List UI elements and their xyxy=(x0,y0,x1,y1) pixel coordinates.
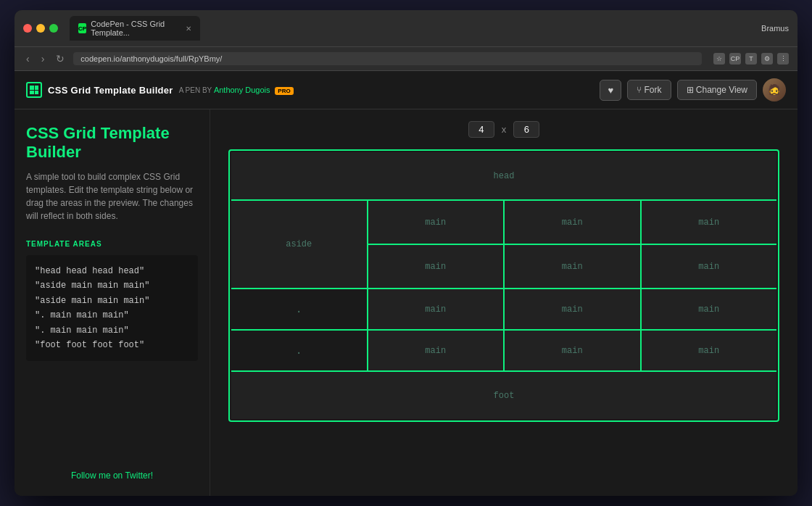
browser-dots xyxy=(23,24,58,33)
code-line-6: "foot foot foot foot" xyxy=(35,338,189,352)
code-line-4: ". main main main" xyxy=(35,308,189,323)
sidebar-title: CSS Grid Template Builder xyxy=(26,124,198,162)
logo-cell-3 xyxy=(30,91,34,95)
pen-by-text: A PEN BY xyxy=(179,86,212,94)
main-label: main xyxy=(698,346,719,356)
pen-by-label: A PEN BY Anthony Dugois PRO xyxy=(179,86,294,94)
logo-icon xyxy=(26,82,42,98)
browser-titlebar: CP CodePen - CSS Grid Template... ✕ Bram… xyxy=(14,10,798,47)
star-icon[interactable]: ☆ xyxy=(713,53,725,65)
sidebar-description: A simple tool to build complex CSS Grid … xyxy=(26,170,198,223)
avatar[interactable]: 🧔 xyxy=(763,78,786,101)
browser-window: CP CodePen - CSS Grid Template... ✕ Bram… xyxy=(14,10,798,496)
twitter-link[interactable]: Follow me on Twitter! xyxy=(71,470,153,481)
main-label: main xyxy=(425,304,446,315)
address-field[interactable]: codepen.io/anthonydugois/full/RpYBmy/ xyxy=(73,52,702,65)
main-label: main xyxy=(425,217,446,228)
address-text: codepen.io/anthonydugois/full/RpYBmy/ xyxy=(80,54,222,63)
main-label: main xyxy=(562,262,583,272)
grid-cell-dot-r5: . xyxy=(231,331,367,370)
pen-author[interactable]: Anthony Dugois xyxy=(214,86,270,94)
maximize-dot[interactable] xyxy=(49,24,58,33)
dot-label: . xyxy=(296,345,302,357)
grid-cell-main-r2c4[interactable]: main xyxy=(642,201,777,244)
css-grid-preview: head aside main main main xyxy=(231,152,776,419)
app-logo: CSS Grid Template Builder xyxy=(26,82,173,98)
logo-cell-1 xyxy=(30,86,34,90)
grid-cell-dot-r4: . xyxy=(231,289,367,329)
avatar-image: 🧔 xyxy=(763,78,786,101)
browser-user: Bramus xyxy=(761,24,789,33)
grid-cell-main-r3c2[interactable]: main xyxy=(368,245,504,288)
template-areas-label: TEMPLATE AREAS xyxy=(26,240,198,248)
code-line-3: "aside main main main" xyxy=(35,294,189,308)
cols-input[interactable] xyxy=(468,121,494,138)
main-label: main xyxy=(562,217,583,228)
menu-icon[interactable]: ⋮ xyxy=(777,53,789,65)
pro-badge: PRO xyxy=(275,87,293,95)
close-dot[interactable] xyxy=(23,24,32,33)
grid-cell-aside[interactable]: aside xyxy=(231,201,367,288)
logo-cell-2 xyxy=(35,86,39,90)
grid-preview-container: head aside main main main xyxy=(228,149,779,422)
change-view-button[interactable]: ⊞ Change View xyxy=(677,80,758,100)
app-header-actions: ♥ ⑂ Fork ⊞ Change View 🧔 xyxy=(600,78,786,101)
grid-cell-main-r2c3[interactable]: main xyxy=(505,201,640,244)
app-title: CSS Grid Template Builder xyxy=(48,85,173,96)
rows-input[interactable] xyxy=(513,121,539,138)
main-label: main xyxy=(698,304,719,315)
main-label: main xyxy=(425,262,446,272)
tab-title: CodePen - CSS Grid Template... xyxy=(91,20,181,37)
main-label: main xyxy=(698,262,719,272)
grid-cell-main-r3c4[interactable]: main xyxy=(642,245,777,288)
x-label: x xyxy=(502,124,507,135)
head-label: head xyxy=(494,171,515,181)
foot-label: foot xyxy=(494,391,515,401)
main-label: main xyxy=(562,304,583,315)
tab-close-icon[interactable]: ✕ xyxy=(186,25,191,33)
code-line-1: "head head head head" xyxy=(35,264,189,278)
main-label: main xyxy=(698,217,719,228)
browser-addressbar: ‹ › ↻ codepen.io/anthonydugois/full/RpYB… xyxy=(14,47,798,71)
heart-button[interactable]: ♥ xyxy=(600,80,621,101)
tab-favicon: CP xyxy=(78,23,86,33)
logo-grid xyxy=(30,86,38,94)
grid-controls: x xyxy=(468,121,540,138)
grid-cell-main-r2c2[interactable]: main xyxy=(368,201,504,244)
grid-cell-main-r4c4[interactable]: main xyxy=(642,289,777,329)
dot-label: . xyxy=(296,304,302,315)
address-icons: ☆ CP T ⚙ ⋮ xyxy=(713,53,789,65)
app-content: CSS Grid Template Builder A simple tool … xyxy=(14,109,798,496)
code-line-5: ". main main main" xyxy=(35,323,189,338)
template-code-block[interactable]: "head head head head" "aside main main m… xyxy=(26,255,198,361)
main-label: main xyxy=(425,346,446,356)
grid-cell-main-r5c4[interactable]: main xyxy=(642,331,777,370)
grid-cell-main-r3c3[interactable]: main xyxy=(505,245,640,288)
grid-cell-head[interactable]: head xyxy=(231,152,776,199)
sidebar-footer: Follow me on Twitter! xyxy=(26,457,198,481)
forward-button[interactable]: › xyxy=(38,51,48,66)
preview-area: x head aside main xyxy=(210,109,798,496)
aside-label: aside xyxy=(286,239,312,249)
grid-cell-foot[interactable]: foot xyxy=(231,372,776,419)
refresh-button[interactable]: ↻ xyxy=(53,51,67,66)
settings-icon[interactable]: ⚙ xyxy=(761,53,773,65)
grid-cell-main-r5c3[interactable]: main xyxy=(505,331,640,370)
t-icon: T xyxy=(745,53,757,65)
grid-cell-main-r4c3[interactable]: main xyxy=(505,289,640,329)
logo-cell-4 xyxy=(35,91,39,95)
app-header: CSS Grid Template Builder A PEN BY Antho… xyxy=(14,71,798,109)
main-label: main xyxy=(562,346,583,356)
minimize-dot[interactable] xyxy=(36,24,45,33)
code-line-2: "aside main main main" xyxy=(35,278,189,293)
back-button[interactable]: ‹ xyxy=(23,51,33,66)
browser-tab[interactable]: CP CodePen - CSS Grid Template... ✕ xyxy=(70,16,200,41)
grid-cell-main-r5c2[interactable]: main xyxy=(368,331,504,370)
codepen-icon: CP xyxy=(729,53,741,65)
browser-tabs: CP CodePen - CSS Grid Template... ✕ xyxy=(70,16,755,41)
fork-button[interactable]: ⑂ Fork xyxy=(627,80,671,100)
grid-cell-main-r4c2[interactable]: main xyxy=(368,289,504,329)
sidebar: CSS Grid Template Builder A simple tool … xyxy=(14,109,210,496)
